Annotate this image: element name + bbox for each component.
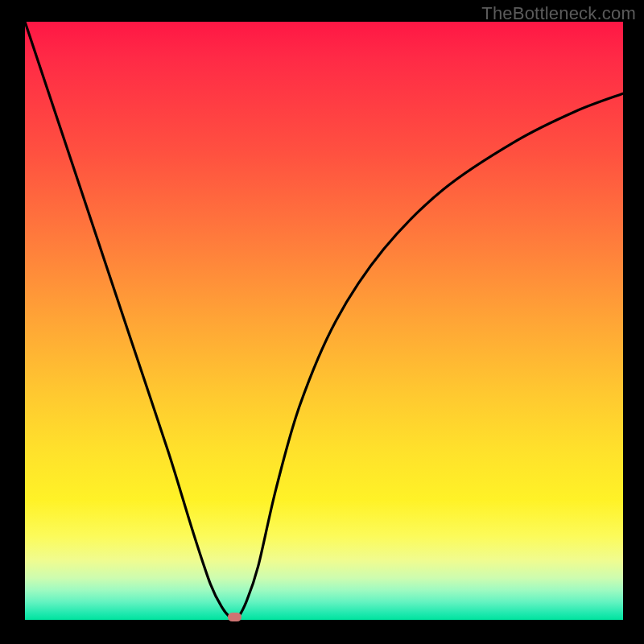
watermark-text: TheBottleneck.com bbox=[481, 3, 636, 24]
minimum-marker bbox=[228, 613, 242, 621]
bottleneck-curve bbox=[25, 22, 623, 620]
chart-area bbox=[25, 22, 623, 620]
